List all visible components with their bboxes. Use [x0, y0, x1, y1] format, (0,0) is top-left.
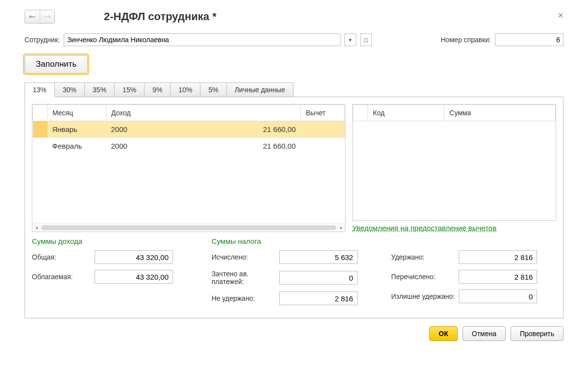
- col-income[interactable]: Доход: [106, 105, 301, 121]
- transferred-input[interactable]: [459, 270, 537, 284]
- cell-amount: 21 660,00: [150, 121, 301, 138]
- transferred-label: Перечислено:: [391, 273, 455, 281]
- col-code[interactable]: Код: [368, 105, 444, 121]
- back-button[interactable]: 🡐: [25, 10, 40, 23]
- col-month[interactable]: Месяц: [48, 105, 106, 121]
- withheld-label: Удержано:: [391, 253, 455, 261]
- ok-button[interactable]: ОК: [429, 326, 457, 341]
- excess-label: Излишне удержано:: [391, 292, 455, 300]
- cell-month: Февраль: [48, 138, 106, 155]
- deduction-table[interactable]: Код Сумма: [352, 104, 556, 221]
- calculated-input[interactable]: [279, 250, 358, 264]
- cell-deduction: [301, 138, 345, 155]
- taxable-income-label: Облагаемая:: [32, 273, 91, 281]
- page-title: 2-НДФЛ сотрудника *: [104, 10, 217, 23]
- table-row[interactable]: Февраль200021 660,00: [33, 138, 345, 155]
- tab-9pct[interactable]: 9%: [144, 82, 171, 97]
- cert-number-input[interactable]: [495, 33, 564, 46]
- scroll-left-icon[interactable]: ◂: [32, 225, 40, 230]
- forward-button[interactable]: 🡒: [40, 10, 54, 23]
- tab-15pct[interactable]: 15%: [114, 82, 145, 97]
- cell-month: Январь: [48, 121, 106, 138]
- table-row[interactable]: Январь200021 660,00: [33, 121, 345, 138]
- cancel-button[interactable]: Отмена: [463, 326, 506, 341]
- total-income-input[interactable]: [95, 250, 173, 264]
- excess-input[interactable]: [459, 289, 537, 303]
- employee-open-button[interactable]: ◻: [360, 33, 372, 46]
- cert-number-label: Номер справки:: [441, 36, 491, 44]
- scroll-right-icon[interactable]: ▸: [337, 225, 345, 230]
- tab-35pct[interactable]: 35%: [84, 82, 115, 97]
- tab-Личные-данные[interactable]: Личные данные: [226, 82, 294, 97]
- col-deduction[interactable]: Вычет: [301, 105, 345, 121]
- calculated-label: Исчислено:: [212, 253, 275, 261]
- advance-label: Зачтено ав. платежей:: [212, 270, 275, 286]
- fill-button[interactable]: Заполнить: [24, 55, 88, 74]
- row-marker-header: [33, 105, 48, 121]
- col-sum[interactable]: Сумма: [444, 105, 556, 121]
- not-withheld-input[interactable]: [279, 291, 358, 305]
- employee-label: Сотрудник:: [24, 36, 60, 44]
- cell-deduction: [301, 121, 345, 138]
- total-income-label: Общая:: [32, 253, 91, 261]
- tab-10pct[interactable]: 10%: [170, 82, 200, 97]
- tab-5pct[interactable]: 5%: [200, 82, 226, 97]
- income-table-scrollbar[interactable]: ◂ ▸: [32, 223, 345, 232]
- advance-input[interactable]: [279, 271, 358, 285]
- tab-13pct[interactable]: 13%: [24, 82, 55, 97]
- tab-30pct[interactable]: 30%: [54, 82, 85, 97]
- close-icon[interactable]: ×: [558, 10, 564, 21]
- cell-code: 2000: [106, 121, 150, 138]
- income-sums-title: Суммы дохода: [32, 237, 197, 245]
- income-table[interactable]: Месяц Доход Вычет Январь200021 660,00Фев…: [32, 104, 345, 232]
- row-marker-header: [353, 105, 368, 121]
- tax-sums-title: Суммы налога: [212, 237, 377, 245]
- not-withheld-label: Не удержано:: [212, 294, 275, 302]
- withheld-input[interactable]: [459, 250, 537, 264]
- employee-dropdown-button[interactable]: ▾: [344, 33, 356, 46]
- taxable-income-input[interactable]: [95, 270, 173, 284]
- cell-code: 2000: [106, 138, 150, 155]
- deduction-notifications-link[interactable]: Уведомления на предоставление вычетов: [352, 224, 496, 232]
- cell-amount: 21 660,00: [150, 138, 301, 155]
- check-button[interactable]: Проверить: [511, 326, 564, 341]
- employee-input[interactable]: [64, 33, 341, 46]
